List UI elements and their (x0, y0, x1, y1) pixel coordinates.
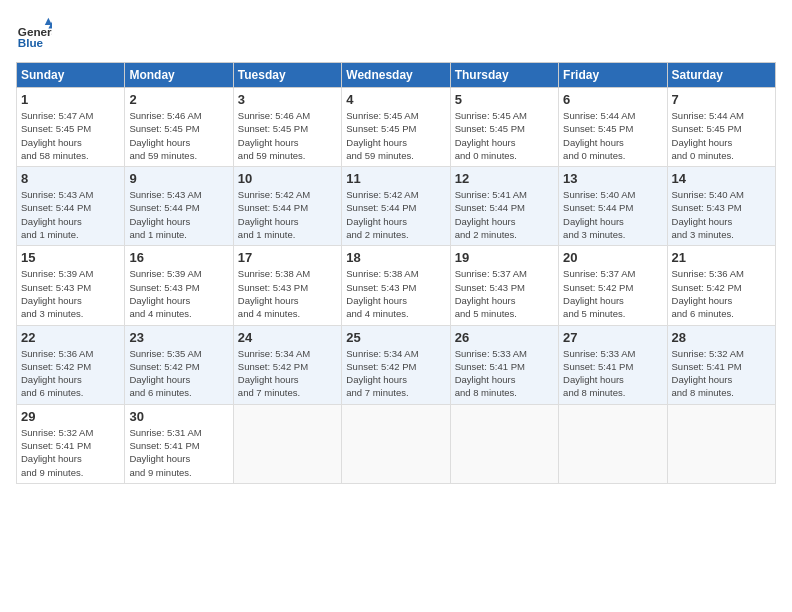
day-number: 24 (238, 330, 337, 345)
day-number: 23 (129, 330, 228, 345)
day-info: Sunrise: 5:39 AMSunset: 5:43 PMDaylight … (21, 267, 120, 320)
day-info: Sunrise: 5:36 AMSunset: 5:42 PMDaylight … (21, 347, 120, 400)
calendar-day-cell: 20Sunrise: 5:37 AMSunset: 5:42 PMDayligh… (559, 246, 667, 325)
calendar-day-cell: 24Sunrise: 5:34 AMSunset: 5:42 PMDayligh… (233, 325, 341, 404)
calendar-empty-cell (450, 404, 558, 483)
calendar-day-cell: 14Sunrise: 5:40 AMSunset: 5:43 PMDayligh… (667, 167, 775, 246)
calendar-empty-cell (233, 404, 341, 483)
calendar-day-cell: 2Sunrise: 5:46 AMSunset: 5:45 PMDaylight… (125, 88, 233, 167)
day-info: Sunrise: 5:44 AMSunset: 5:45 PMDaylight … (563, 109, 662, 162)
calendar-day-cell: 9Sunrise: 5:43 AMSunset: 5:44 PMDaylight… (125, 167, 233, 246)
day-info: Sunrise: 5:40 AMSunset: 5:44 PMDaylight … (563, 188, 662, 241)
calendar-week-row: 22Sunrise: 5:36 AMSunset: 5:42 PMDayligh… (17, 325, 776, 404)
day-info: Sunrise: 5:36 AMSunset: 5:42 PMDaylight … (672, 267, 771, 320)
calendar-day-cell: 18Sunrise: 5:38 AMSunset: 5:43 PMDayligh… (342, 246, 450, 325)
calendar-table: SundayMondayTuesdayWednesdayThursdayFrid… (16, 62, 776, 484)
day-info: Sunrise: 5:33 AMSunset: 5:41 PMDaylight … (455, 347, 554, 400)
calendar-day-cell: 21Sunrise: 5:36 AMSunset: 5:42 PMDayligh… (667, 246, 775, 325)
calendar-week-row: 29Sunrise: 5:32 AMSunset: 5:41 PMDayligh… (17, 404, 776, 483)
calendar-day-cell: 3Sunrise: 5:46 AMSunset: 5:45 PMDaylight… (233, 88, 341, 167)
day-info: Sunrise: 5:37 AMSunset: 5:43 PMDaylight … (455, 267, 554, 320)
calendar-empty-cell (667, 404, 775, 483)
day-number: 20 (563, 250, 662, 265)
calendar-day-cell: 29Sunrise: 5:32 AMSunset: 5:41 PMDayligh… (17, 404, 125, 483)
calendar-day-cell: 13Sunrise: 5:40 AMSunset: 5:44 PMDayligh… (559, 167, 667, 246)
logo-icon: General Blue (16, 16, 52, 52)
calendar-empty-cell (559, 404, 667, 483)
day-info: Sunrise: 5:47 AMSunset: 5:45 PMDaylight … (21, 109, 120, 162)
calendar-day-cell: 7Sunrise: 5:44 AMSunset: 5:45 PMDaylight… (667, 88, 775, 167)
page-header: General Blue (16, 16, 776, 52)
day-number: 25 (346, 330, 445, 345)
calendar-day-cell: 26Sunrise: 5:33 AMSunset: 5:41 PMDayligh… (450, 325, 558, 404)
day-info: Sunrise: 5:38 AMSunset: 5:43 PMDaylight … (346, 267, 445, 320)
calendar-day-cell: 23Sunrise: 5:35 AMSunset: 5:42 PMDayligh… (125, 325, 233, 404)
day-info: Sunrise: 5:44 AMSunset: 5:45 PMDaylight … (672, 109, 771, 162)
day-info: Sunrise: 5:34 AMSunset: 5:42 PMDaylight … (238, 347, 337, 400)
day-info: Sunrise: 5:32 AMSunset: 5:41 PMDaylight … (672, 347, 771, 400)
calendar-day-cell: 6Sunrise: 5:44 AMSunset: 5:45 PMDaylight… (559, 88, 667, 167)
calendar-day-cell: 25Sunrise: 5:34 AMSunset: 5:42 PMDayligh… (342, 325, 450, 404)
day-info: Sunrise: 5:33 AMSunset: 5:41 PMDaylight … (563, 347, 662, 400)
day-number: 14 (672, 171, 771, 186)
day-info: Sunrise: 5:43 AMSunset: 5:44 PMDaylight … (21, 188, 120, 241)
header-sunday: Sunday (17, 63, 125, 88)
day-info: Sunrise: 5:46 AMSunset: 5:45 PMDaylight … (129, 109, 228, 162)
logo: General Blue (16, 16, 56, 52)
day-number: 1 (21, 92, 120, 107)
calendar-day-cell: 16Sunrise: 5:39 AMSunset: 5:43 PMDayligh… (125, 246, 233, 325)
day-number: 4 (346, 92, 445, 107)
day-info: Sunrise: 5:40 AMSunset: 5:43 PMDaylight … (672, 188, 771, 241)
day-number: 21 (672, 250, 771, 265)
calendar-day-cell: 10Sunrise: 5:42 AMSunset: 5:44 PMDayligh… (233, 167, 341, 246)
header-thursday: Thursday (450, 63, 558, 88)
calendar-day-cell: 30Sunrise: 5:31 AMSunset: 5:41 PMDayligh… (125, 404, 233, 483)
day-info: Sunrise: 5:43 AMSunset: 5:44 PMDaylight … (129, 188, 228, 241)
day-number: 2 (129, 92, 228, 107)
header-monday: Monday (125, 63, 233, 88)
calendar-day-cell: 19Sunrise: 5:37 AMSunset: 5:43 PMDayligh… (450, 246, 558, 325)
day-number: 17 (238, 250, 337, 265)
calendar-day-cell: 5Sunrise: 5:45 AMSunset: 5:45 PMDaylight… (450, 88, 558, 167)
calendar-day-cell: 1Sunrise: 5:47 AMSunset: 5:45 PMDaylight… (17, 88, 125, 167)
calendar-day-cell: 27Sunrise: 5:33 AMSunset: 5:41 PMDayligh… (559, 325, 667, 404)
day-number: 5 (455, 92, 554, 107)
header-wednesday: Wednesday (342, 63, 450, 88)
calendar-header-row: SundayMondayTuesdayWednesdayThursdayFrid… (17, 63, 776, 88)
day-number: 19 (455, 250, 554, 265)
calendar-week-row: 8Sunrise: 5:43 AMSunset: 5:44 PMDaylight… (17, 167, 776, 246)
day-number: 27 (563, 330, 662, 345)
day-info: Sunrise: 5:46 AMSunset: 5:45 PMDaylight … (238, 109, 337, 162)
day-info: Sunrise: 5:34 AMSunset: 5:42 PMDaylight … (346, 347, 445, 400)
day-number: 30 (129, 409, 228, 424)
day-info: Sunrise: 5:39 AMSunset: 5:43 PMDaylight … (129, 267, 228, 320)
day-info: Sunrise: 5:41 AMSunset: 5:44 PMDaylight … (455, 188, 554, 241)
day-number: 26 (455, 330, 554, 345)
calendar-day-cell: 8Sunrise: 5:43 AMSunset: 5:44 PMDaylight… (17, 167, 125, 246)
day-number: 6 (563, 92, 662, 107)
day-number: 28 (672, 330, 771, 345)
calendar-day-cell: 28Sunrise: 5:32 AMSunset: 5:41 PMDayligh… (667, 325, 775, 404)
calendar-day-cell: 12Sunrise: 5:41 AMSunset: 5:44 PMDayligh… (450, 167, 558, 246)
day-info: Sunrise: 5:38 AMSunset: 5:43 PMDaylight … (238, 267, 337, 320)
day-number: 3 (238, 92, 337, 107)
day-info: Sunrise: 5:45 AMSunset: 5:45 PMDaylight … (346, 109, 445, 162)
header-saturday: Saturday (667, 63, 775, 88)
day-info: Sunrise: 5:45 AMSunset: 5:45 PMDaylight … (455, 109, 554, 162)
calendar-empty-cell (342, 404, 450, 483)
day-info: Sunrise: 5:32 AMSunset: 5:41 PMDaylight … (21, 426, 120, 479)
day-number: 18 (346, 250, 445, 265)
day-info: Sunrise: 5:31 AMSunset: 5:41 PMDaylight … (129, 426, 228, 479)
day-number: 10 (238, 171, 337, 186)
day-number: 12 (455, 171, 554, 186)
calendar-day-cell: 22Sunrise: 5:36 AMSunset: 5:42 PMDayligh… (17, 325, 125, 404)
svg-text:Blue: Blue (18, 36, 44, 49)
day-number: 29 (21, 409, 120, 424)
day-number: 16 (129, 250, 228, 265)
calendar-week-row: 15Sunrise: 5:39 AMSunset: 5:43 PMDayligh… (17, 246, 776, 325)
day-number: 15 (21, 250, 120, 265)
day-number: 7 (672, 92, 771, 107)
day-number: 8 (21, 171, 120, 186)
calendar-day-cell: 4Sunrise: 5:45 AMSunset: 5:45 PMDaylight… (342, 88, 450, 167)
day-info: Sunrise: 5:42 AMSunset: 5:44 PMDaylight … (346, 188, 445, 241)
